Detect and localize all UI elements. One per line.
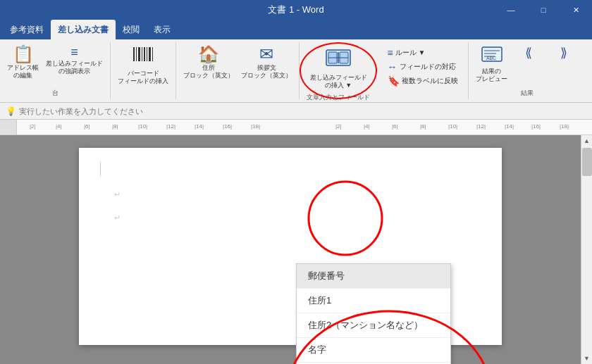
ribbon-group-preview: ABC 結果のプレビュー ⟪ ⟫ 結果 — [469, 42, 585, 99]
content-area: ↵ ↵ 郵便番号 住所1 住所2（マンション名など） 名字 名前 連名1 連名2 — [0, 135, 581, 364]
scroll-up-button[interactable]: ▲ — [581, 135, 592, 146]
barcode-label: バーコードフィールドの挿入 — [118, 70, 168, 85]
main-container: ↵ ↵ 郵便番号 住所1 住所2（マンション名など） 名字 名前 連名1 連名2… — [0, 135, 592, 364]
close-button[interactable]: ✕ — [560, 0, 592, 20]
addressbook-icon: 📋 — [13, 46, 34, 63]
multi-label-icon: 🔖 — [388, 75, 400, 87]
svg-rect-4 — [144, 47, 145, 61]
dropdown-item-address1[interactable]: 住所1 — [297, 289, 450, 313]
nav-left-icon: ⟪ — [525, 46, 532, 61]
multi-label-label: 複数ラベルに反映 — [402, 76, 458, 86]
dropdown-item-address2[interactable]: 住所2（マンション名など） — [297, 313, 450, 338]
preview-button[interactable]: ABC 結果のプレビュー — [473, 44, 510, 85]
dropdown-item-lastname[interactable]: 名字 — [297, 338, 450, 363]
address-block-button[interactable]: 🏠 住所ブロック（英文） — [180, 44, 237, 82]
svg-text:ABC: ABC — [486, 56, 496, 61]
preview-icon: ABC — [481, 46, 503, 66]
ribbon-group-addressbook: 📋 アドレス帳の編集 ≡ 差し込みフィールドの強調表示 台 — [0, 42, 111, 99]
address-buttons: 🏠 住所ブロック（英文） ✉ 挨拶文ブロック（英文） — [180, 44, 295, 96]
addressbook-buttons: 📋 アドレス帳の編集 ≡ 差し込みフィールドの強調表示 — [4, 44, 106, 87]
scroll-thumb[interactable] — [582, 148, 592, 176]
address-icon: 🏠 — [198, 46, 219, 63]
rules-buttons: ≡ ルール ▼ ↔ フィールドの対応 🔖 複数ラベルに反映 — [385, 46, 461, 87]
svg-rect-0 — [133, 47, 135, 61]
doc-line-1: ↵ — [114, 190, 474, 199]
barcode-icon — [132, 46, 154, 68]
greeting-icon: ✉ — [259, 46, 273, 63]
scrollbar-vertical: ▲ ▼ — [581, 135, 592, 364]
minimize-button[interactable]: — — [495, 0, 527, 20]
ribbon: 📋 アドレス帳の編集 ≡ 差し込みフィールドの強調表示 台 — [0, 39, 592, 103]
tab-review[interactable]: 校閲 — [116, 20, 147, 39]
nav-left-button[interactable]: ⟪ — [512, 44, 545, 63]
tab-mailings[interactable]: 差し込み文書 — [51, 20, 116, 39]
preview-buttons: ABC 結果のプレビュー ⟪ ⟫ — [473, 44, 581, 87]
dropdown-item-postal[interactable]: 郵便番号 — [297, 264, 450, 289]
field-mapping-icon: ↔ — [388, 61, 397, 73]
search-bar: 💡 — [0, 103, 592, 120]
ruler-content: |2| |4| |6| |8| |10| |12| |14| |16| |18|… — [17, 120, 592, 134]
dropdown-menu: 郵便番号 住所1 住所2（マンション名など） 名字 名前 連名1 連名2 — [296, 263, 451, 364]
rules-button[interactable]: ≡ ルール ▼ — [385, 46, 461, 59]
rules-label: ルール ▼ — [395, 48, 426, 58]
address-label: 住所ブロック（英文） — [183, 64, 234, 80]
tab-view[interactable]: 表示 — [147, 20, 178, 39]
addressbook-button[interactable]: 📋 アドレス帳の編集 — [4, 44, 42, 82]
tab-references[interactable]: 参考資料 — [3, 20, 51, 39]
maximize-button[interactable]: □ — [527, 0, 560, 20]
doc-line-2: ↵ — [114, 213, 474, 222]
scroll-down-button[interactable]: ▼ — [581, 353, 592, 364]
multi-label-button[interactable]: 🔖 複数ラベルに反映 — [385, 75, 461, 87]
ribbon-group-rules: ≡ ルール ▼ ↔ フィールドの対応 🔖 複数ラベルに反映 — [377, 42, 469, 99]
field-mapping-label: フィールドの対応 — [400, 62, 456, 72]
svg-rect-5 — [147, 47, 147, 61]
window-controls: — □ ✕ — [495, 0, 592, 20]
nav-right-icon: ⟫ — [560, 46, 567, 61]
svg-rect-3 — [142, 47, 142, 61]
nav-right-button[interactable]: ⟫ — [547, 44, 581, 63]
insertfield-buttons: 差し込みフィールドの挿入 ▼ — [307, 46, 370, 92]
svg-rect-6 — [149, 47, 151, 61]
insert-field-label: 差し込みフィールドの挿入 ▼ — [310, 74, 367, 89]
highlight-field-button[interactable]: ≡ 差し込みフィールドの強調表示 — [43, 44, 106, 77]
highlight-icon: ≡ — [70, 46, 78, 58]
svg-rect-7 — [152, 47, 153, 61]
greeting-button[interactable]: ✉ 挨拶文ブロック（英文） — [238, 44, 295, 82]
insert-field-button[interactable]: 差し込みフィールドの挿入 ▼ — [307, 46, 370, 92]
group-label-insertfield: 文章入力とフィールド — [307, 92, 370, 102]
highlight-label: 差し込みフィールドの強調表示 — [46, 60, 103, 75]
ribbon-tab-bar: 参考資料 差し込み文書 校閲 表示 — [0, 20, 592, 39]
ribbon-group-address: 🏠 住所ブロック（英文） ✉ 挨拶文ブロック（英文） — [176, 42, 300, 99]
search-icon: 💡 — [6, 106, 16, 116]
ruler: |2| |4| |6| |8| |10| |12| |14| |16| |18|… — [0, 120, 592, 135]
ribbon-group-insertfield: 差し込みフィールドの挿入 ▼ 文章入力とフィールド — [300, 42, 377, 99]
barcode-button[interactable]: バーコードフィールドの挿入 — [115, 44, 171, 87]
ribbon-group-barcode: バーコードフィールドの挿入 — [111, 42, 176, 99]
window-title: 文書 1 - Word — [268, 4, 323, 16]
title-bar: 文書 1 - Word — □ ✕ — [0, 0, 592, 20]
preview-label: 結果のプレビュー — [476, 68, 507, 83]
ruler-corner — [0, 120, 17, 135]
search-input[interactable] — [19, 107, 586, 115]
greeting-label: 挨拶文ブロック（英文） — [241, 64, 292, 80]
svg-rect-2 — [138, 47, 140, 61]
field-mapping-button[interactable]: ↔ フィールドの対応 — [385, 61, 461, 73]
svg-rect-1 — [136, 47, 137, 61]
insert-field-icon — [326, 49, 351, 73]
barcode-buttons: バーコードフィールドの挿入 — [115, 44, 171, 96]
group-label-preview: 結果 — [521, 87, 534, 98]
addressbook-label: アドレス帳の編集 — [7, 64, 39, 80]
group-label-1: 台 — [52, 87, 58, 98]
rules-icon: ≡ — [388, 47, 393, 58]
